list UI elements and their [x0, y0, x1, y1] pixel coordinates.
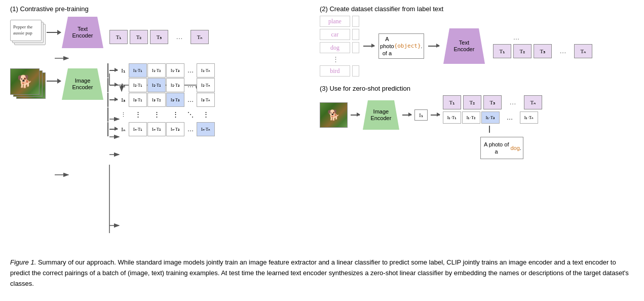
text-cards-stack: Pepper the aussie pup Pepper the aussie … — [10, 20, 46, 45]
right-bottom-section: (3) Use for zero-shot prediction Image E… — [320, 85, 634, 159]
rb-t2: T₂ — [463, 95, 481, 109]
right-bottom-title: (3) Use for zero-shot prediction — [320, 85, 634, 92]
cell-i1t2: I₁·T₂ — [147, 63, 166, 78]
right-bottom-matrix-section: T₁ T₂ T₃ … Tₙ I₁·T₁ I₁·T₂ I₁·T₃ … — [443, 95, 543, 159]
cell-i2t1: I₂·T₁ — [129, 78, 147, 92]
pepper-text-card-front: Pepper the aussie pup — [12, 23, 40, 37]
image-to-encoder-arrow — [47, 81, 61, 82]
right-text-encoder-label: Text Encoder — [453, 40, 474, 53]
right-t1-box: T₁ — [493, 44, 511, 58]
cell-int1: Iₙ·T₁ — [129, 122, 147, 136]
rb-i1t3-highlight: I₁·T₃ — [481, 111, 500, 124]
cell-i3dots: … — [185, 93, 196, 107]
cell-i2dots: … — [185, 78, 196, 92]
cell-dotn: ⋮ — [197, 107, 215, 122]
bar-bird — [352, 65, 359, 77]
bar-dog — [352, 42, 359, 53]
t3-box: T₃ — [150, 30, 168, 44]
i2-matrix-row: I₂·T₁ I₂·T₂ I₂·T₃ … I₂·Tₙ — [129, 78, 215, 92]
cell-i3t1: I₃·T₁ — [129, 93, 147, 107]
i1-matrix-row-bottom: I₁·T₁ I₁·T₂ I₁·T₃ … I₁·Tₙ — [443, 111, 543, 124]
cell-dot1: ⋮ — [129, 107, 147, 122]
i1-vline — [107, 63, 108, 78]
i1-row: I₁ I₁·T₁ I₁·T₂ I₁·T₃ … I₁·Tₙ — [107, 63, 215, 78]
labels-list: plane car dog ⋮ bird — [320, 16, 350, 77]
label-bars — [352, 16, 359, 77]
text-encoder-left: Text Encoder — [62, 17, 103, 48]
result-section: A photo of a dog. — [443, 126, 543, 159]
bar-dots-space — [352, 55, 359, 63]
cell-i2t2: I₂·T₂ — [147, 78, 166, 92]
i1-single-box: I₁ — [414, 109, 428, 121]
i3-hline — [109, 99, 118, 100]
labels-with-boxes: plane car dog ⋮ bird — [320, 16, 359, 77]
i3-label: I₃ — [118, 97, 129, 103]
right-top-dots: … — [493, 34, 593, 44]
text-to-encoder-arrow — [47, 32, 61, 33]
i3-vline — [107, 93, 108, 107]
cell-i3tn: I₃·Tₙ — [197, 93, 215, 107]
i-rows-container: I₁ I₁·T₁ I₁·T₂ I₁·T₃ … I₁·Tₙ — [107, 63, 215, 136]
cell-i2tn: I₂·Tₙ — [197, 78, 215, 92]
text-encoder-right: Text Encoder — [443, 28, 485, 64]
right-top-tokens-section: … T₁ T₂ T₃ … Tₙ — [493, 34, 593, 58]
dog-img-front — [11, 69, 39, 94]
label-dog: dog — [320, 42, 350, 53]
in-hline — [109, 129, 118, 130]
cell-indots: … — [185, 122, 196, 136]
cell-dot3: ⋮ — [166, 107, 184, 122]
zero-shot-dog-image — [320, 102, 348, 128]
t-tokens-row: T₁ T₂ T₃ … Tₙ — [109, 30, 210, 44]
dots-row: ⋮ ⋮ ⋮ ⋮ ⋱ ⋮ — [107, 107, 215, 122]
rb-i1t2: I₁·T₂ — [462, 111, 480, 124]
zero-shot-content: Image Encoder I₁ — [320, 95, 634, 159]
i2-label: I₂ — [118, 82, 129, 89]
dots-hline — [109, 114, 118, 115]
right-top-content: plane car dog ⋮ bird — [320, 16, 634, 77]
figure-caption: Figure 1. Summary of our approach. While… — [10, 257, 633, 289]
photo-card-front — [10, 68, 40, 95]
i3-row: I₃ I₃·T₁ I₃·T₂ I₃·T₃ … I₃·Tₙ — [107, 93, 215, 107]
label-car: car — [320, 29, 350, 40]
image-row: Image Encoder I₁ — [10, 63, 310, 136]
text-token-section: T₁ T₂ T₃ … Tₙ — [109, 21, 210, 44]
rb-i1dots: … — [501, 111, 519, 124]
right-t-dots-box: … — [554, 44, 572, 58]
cell-intn: Iₙ·Tₙ — [197, 122, 215, 136]
dots-matrix-row: ⋮ ⋮ ⋮ ⋱ ⋮ — [129, 107, 215, 122]
photo-text-box: A photo of a {object}. — [378, 33, 424, 59]
cell-i1t3: I₁·T₃ — [166, 63, 184, 78]
result-down-line — [489, 126, 490, 133]
dots-label: ⋮ — [118, 111, 129, 118]
i1-to-matrix-arrow — [431, 115, 440, 116]
object-placeholder: {object} — [394, 43, 421, 50]
image-encoder-left: Image Encoder — [62, 68, 103, 100]
diagram-wrapper: (1) Contrastive pre-training Pepper the … — [10, 5, 634, 248]
right-t2-box: T₂ — [513, 44, 532, 58]
caption-italic: Figure 1. — [10, 258, 36, 266]
text-encoder-label-left: Text Encoder — [72, 26, 93, 39]
cell-i3t3: I₃·T₃ — [166, 93, 184, 107]
t2-box: T₂ — [130, 30, 148, 44]
label-dots: ⋮ — [320, 55, 350, 63]
label-plane: plane — [320, 16, 350, 27]
photo-to-encoder-arrow — [428, 46, 439, 47]
right-t-tokens-row: T₁ T₂ T₃ … Tₙ — [493, 44, 593, 58]
dog-to-encoder-arrow — [351, 115, 360, 116]
i2-row: I₂ I₂·T₁ I₂·T₂ I₂·T₃ … I₂·Tₙ — [107, 78, 215, 92]
rb-tdots: … — [504, 95, 522, 109]
t1-box: T₁ — [109, 30, 128, 44]
cell-int2: Iₙ·T₂ — [147, 122, 166, 136]
i2-vline — [107, 78, 108, 92]
bar-plane — [352, 16, 359, 27]
encoder-to-i1-arrow — [402, 115, 411, 116]
in-matrix-row: Iₙ·T₁ Iₙ·T₂ Iₙ·T₃ … Iₙ·Tₙ — [129, 122, 215, 136]
cell-i2t3: I₂·T₃ — [166, 78, 184, 92]
right-section: (2) Create dataset classifier from label… — [310, 5, 634, 159]
main-diagram: (1) Contrastive pre-training Pepper the … — [10, 5, 634, 159]
label-bird: bird — [320, 65, 350, 77]
in-vline — [107, 122, 108, 136]
right-bottom-t-row: T₁ T₂ T₃ … Tₙ — [443, 95, 543, 109]
labels-to-photo-arrow — [363, 46, 374, 47]
in-row: Iₙ Iₙ·T₁ Iₙ·T₂ Iₙ·T₃ … Iₙ·Tₙ — [107, 122, 215, 136]
